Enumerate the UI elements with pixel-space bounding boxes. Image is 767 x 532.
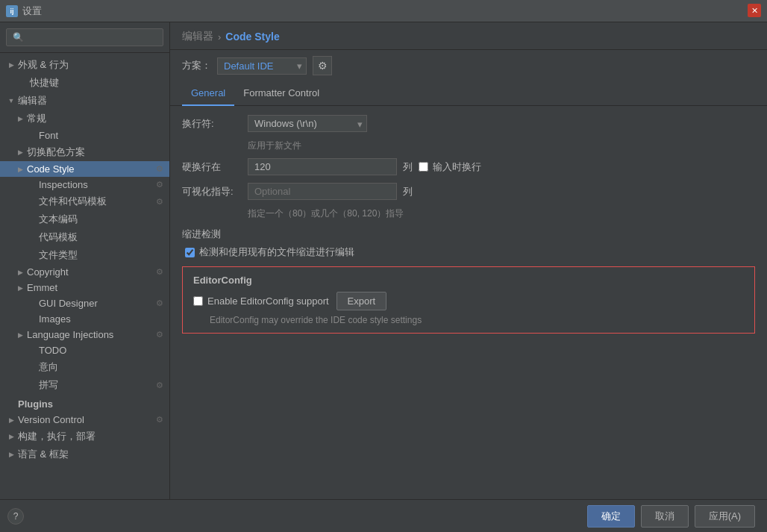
sidebar-item-intentions[interactable]: ▶ 意向 [0, 358, 169, 376]
tab-formatter[interactable]: Formatter Control [234, 81, 328, 106]
sidebar-item-label: 语言 & 框架 [18, 448, 163, 461]
sidebar-item-lang-frameworks[interactable]: ▶ 语言 & 框架 [0, 445, 169, 463]
close-button[interactable]: ✕ [748, 4, 761, 17]
sidebar-item-label: Font [39, 130, 163, 141]
scheme-label: 方案： [182, 59, 211, 72]
sidebar-item-emmet[interactable]: ▶ Emmet [0, 280, 169, 295]
cancel-button[interactable]: 取消 [641, 505, 689, 528]
visual-guides-row: 可视化指导: 列 [182, 183, 755, 200]
sidebar-item-plugins[interactable]: ▶ Plugins [0, 394, 169, 412]
sidebar-item-copyright[interactable]: ▶ Copyright ⚙ [0, 264, 169, 280]
sidebar-item-editor[interactable]: ▼ 编辑器 [0, 92, 169, 110]
sidebar-item-text-encoding[interactable]: ▶ 文本编码 [0, 210, 169, 228]
sidebar-item-code-style[interactable]: ▶ Code Style ⚙ [0, 161, 169, 177]
indent-detect-text: 检测和使用现有的文件缩进进行编辑 [199, 245, 354, 259]
sidebar-items-list: ▶ 外观 & 行为 ▶ 快捷键 ▼ 编辑器 ▶ 常规 ▶ Font [0, 53, 169, 466]
arrow-icon: ▶ [15, 164, 25, 175]
sidebar-item-images[interactable]: ▶ Images [0, 311, 169, 327]
sidebar-item-general[interactable]: ▶ 常规 [0, 110, 169, 128]
editor-config-enable-label[interactable]: Enable EditorConfig support [193, 295, 329, 307]
main-layout: ▶ 外观 & 行为 ▶ 快捷键 ▼ 编辑器 ▶ 常规 ▶ Font [0, 22, 767, 499]
breadcrumb-parent: 编辑器 [182, 30, 213, 43]
sidebar-item-label: 快捷键 [30, 76, 163, 90]
sidebar-item-file-types[interactable]: ▶ 文件类型 [0, 246, 169, 264]
sidebar-item-label: 外观 & 行为 [18, 58, 163, 72]
sidebar-item-label: 构建，执行，部署 [18, 430, 163, 443]
col-label2: 列 [403, 185, 413, 198]
arrow-icon: ▶ [15, 267, 25, 278]
arrow-icon: ▶ [15, 330, 25, 340]
settings-icon: ⚙ [156, 415, 163, 425]
export-button[interactable]: Export [336, 292, 387, 310]
settings-icon: ⚙ [156, 164, 163, 174]
settings-icon: ⚙ [156, 381, 163, 390]
window-title: 设置 [22, 4, 42, 18]
sidebar-item-code-templates[interactable]: ▶ 代码模板 [0, 228, 169, 246]
arrow-icon: ▶ [6, 60, 16, 70]
arrow-icon: ▶ [6, 415, 16, 425]
sidebar-item-label: 文件类型 [39, 248, 163, 262]
sidebar-item-label: Version Control [18, 414, 156, 425]
sidebar-item-label: Language Injections [27, 329, 156, 340]
sidebar-item-label: GUI Designer [39, 298, 156, 309]
wrap-on-type-label[interactable]: 输入时换行 [419, 160, 481, 174]
sidebar-item-label: 意向 [39, 360, 163, 374]
hard-wrap-input[interactable] [248, 158, 397, 175]
arrow-icon: ▼ [6, 96, 16, 106]
sidebar: ▶ 外观 & 行为 ▶ 快捷键 ▼ 编辑器 ▶ 常规 ▶ Font [0, 22, 170, 499]
sidebar-item-label: 文本编码 [39, 213, 163, 226]
arrow-icon: ▶ [15, 147, 25, 157]
sidebar-item-file-code-templates[interactable]: ▶ 文件和代码模板 ⚙ [0, 193, 169, 210]
sidebar-item-label: 编辑器 [18, 94, 163, 107]
sidebar-item-appearance[interactable]: ▶ 外观 & 行为 [0, 56, 169, 74]
sidebar-item-label: TODO [39, 345, 163, 356]
visual-guides-hint: 指定一个（80）或几个（80, 120）指导 [248, 207, 755, 220]
editor-config-title: EditorConfig [193, 275, 744, 286]
apply-button[interactable]: 应用(A) [695, 505, 755, 528]
editor-config-enable-text: Enable EditorConfig support [207, 295, 329, 307]
line-separator-hint: 应用于新文件 [248, 140, 755, 152]
scheme-select[interactable]: Default IDE Project Custom [217, 57, 307, 75]
sidebar-item-color-scheme[interactable]: ▶ 切换配色方案 [0, 143, 169, 161]
app-icon: ij [6, 5, 18, 17]
line-separator-row: 换行符: Windows (\r\n) Unix (\n) macOS (\r) [182, 115, 755, 132]
tabs-bar: General Formatter Control [170, 81, 767, 106]
sidebar-item-inspections[interactable]: ▶ Inspections ⚙ [0, 177, 169, 193]
editor-config-enable-checkbox[interactable] [193, 296, 203, 306]
scheme-row: 方案： Default IDE Project Custom ⚙ [170, 50, 767, 81]
sidebar-item-spelling[interactable]: ▶ 拼写 ⚙ [0, 376, 169, 394]
sidebar-item-label: Inspections [39, 179, 156, 190]
search-input[interactable] [6, 28, 163, 46]
sidebar-item-build[interactable]: ▶ 构建，执行，部署 [0, 428, 169, 445]
sidebar-item-label: Copyright [27, 266, 156, 278]
sidebar-item-label: 代码模板 [39, 231, 163, 244]
sidebar-item-shortcuts[interactable]: ▶ 快捷键 [0, 74, 169, 92]
sidebar-item-todo[interactable]: ▶ TODO [0, 342, 169, 358]
sidebar-item-lang-injections[interactable]: ▶ Language Injections ⚙ [0, 327, 169, 342]
settings-icon: ⚙ [156, 180, 163, 190]
arrow-icon: ▶ [15, 113, 25, 124]
line-separator-select-wrapper: Windows (\r\n) Unix (\n) macOS (\r) [248, 115, 367, 132]
tab-general[interactable]: General [182, 81, 234, 106]
wrap-on-type-checkbox[interactable] [419, 162, 428, 172]
form-content: 换行符: Windows (\r\n) Unix (\n) macOS (\r)… [170, 106, 767, 499]
sidebar-item-font[interactable]: ▶ Font [0, 128, 169, 143]
sidebar-item-label: 切换配色方案 [27, 145, 163, 159]
sidebar-item-gui-designer[interactable]: ▶ GUI Designer ⚙ [0, 295, 169, 311]
scheme-select-wrapper: Default IDE Project Custom [217, 57, 307, 75]
indent-detect-label[interactable]: 检测和使用现有的文件缩进进行编辑 [185, 245, 354, 259]
help-button[interactable]: ? [7, 508, 24, 525]
col-label: 列 [403, 160, 413, 174]
content-header: 编辑器 › Code Style [170, 22, 767, 50]
settings-icon: ⚙ [156, 267, 163, 277]
breadcrumb-separator: › [218, 31, 221, 43]
visual-guides-input[interactable] [248, 183, 397, 200]
ok-button[interactable]: 确定 [587, 505, 635, 528]
indent-detect-checkbox[interactable] [185, 248, 195, 257]
gear-button[interactable]: ⚙ [313, 56, 332, 75]
sidebar-item-version-control[interactable]: ▶ Version Control ⚙ [0, 412, 169, 428]
indent-section-title: 缩进检测 [182, 228, 755, 241]
wrap-on-type-text: 输入时换行 [433, 160, 481, 174]
sidebar-item-label: Images [39, 313, 163, 325]
line-separator-select[interactable]: Windows (\r\n) Unix (\n) macOS (\r) [248, 115, 367, 132]
